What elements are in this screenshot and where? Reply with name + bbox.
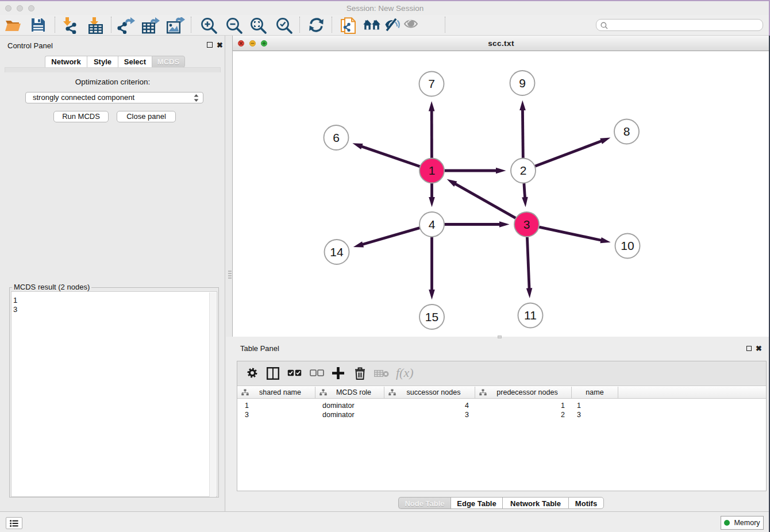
svg-text:9: 9 [519,76,526,90]
svg-text:6: 6 [333,131,340,144]
svg-text:10: 10 [621,239,634,252]
svg-text:14: 14 [330,245,344,259]
svg-text:4: 4 [429,218,436,231]
svg-text:3: 3 [523,218,530,231]
svg-text:1: 1 [429,164,436,177]
svg-text:11: 11 [524,309,537,322]
svg-text:15: 15 [425,310,438,323]
svg-text:2: 2 [520,164,527,177]
svg-text:7: 7 [428,77,435,90]
svg-text:8: 8 [623,125,630,138]
